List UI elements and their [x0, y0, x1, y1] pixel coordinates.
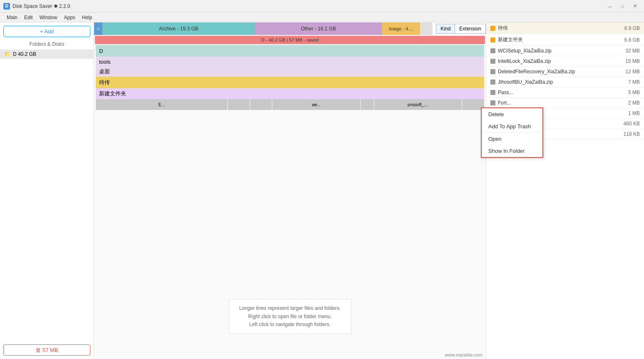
item-icon-1 — [490, 48, 495, 53]
sidebar: + Add Folders & Disks 📁 D 40.2 GB 🗑 57 M… — [0, 22, 94, 359]
sidebar-item-D[interactable]: 📁 D 40.2 GB — [0, 50, 94, 59]
item-size-6: 2 MB — [619, 100, 640, 106]
item-icon-2 — [490, 59, 495, 64]
file-block-mid[interactable] — [228, 99, 250, 110]
folder-icon: 📁 — [4, 51, 10, 57]
item-size-9: 118 KB — [619, 131, 640, 137]
context-add-trash[interactable]: Add To App Trash — [482, 120, 542, 132]
item-size-4: 7 MB — [619, 79, 640, 85]
info-line2: Right click to open file or folder menu. — [239, 313, 341, 321]
menu-edit[interactable]: Edit — [21, 14, 36, 21]
item-icon-6 — [490, 100, 495, 105]
block-desktop-label: 桌面 — [99, 68, 110, 75]
item-name-2: IntelliLock_XiaZaiBa.zip — [498, 58, 617, 64]
file-block-we[interactable]: we... — [272, 99, 360, 110]
file-block-yms[interactable]: ymssoft_.... — [374, 99, 462, 110]
menu-window[interactable]: Window — [36, 14, 61, 21]
item-name-6: Fort... — [498, 100, 617, 106]
top-bar: = Archive - 19.3 GB Other - 16.1 GB Imag… — [94, 22, 486, 35]
bar-archive[interactable]: Archive - 19.3 GB — [102, 22, 255, 35]
right-header-size: 6.9 GB — [619, 25, 640, 31]
block-D-label: D — [99, 48, 103, 54]
item-size-5: 5 MB — [619, 90, 640, 95]
folder-icon-header — [490, 26, 495, 31]
main-content: = Archive - 19.3 GB Other - 16.1 GB Imag… — [94, 22, 486, 359]
menu-help[interactable]: Help — [79, 14, 96, 21]
block-tools-label: tools — [99, 59, 110, 65]
close-button[interactable]: ✕ — [629, 2, 641, 10]
file-label-yms: ymssoft_.... — [407, 102, 428, 107]
right-header-name: 待传 — [498, 25, 617, 32]
minimize-button[interactable]: — — [604, 2, 616, 10]
file-block-e[interactable]: E... — [96, 99, 227, 110]
item-icon-0 — [490, 37, 495, 42]
app-icon: D — [3, 3, 10, 10]
context-show-folder[interactable]: Show In Folder — [482, 145, 542, 157]
folders-label: Folders & Disks — [0, 40, 94, 50]
right-item-2[interactable]: IntelliLock_XiaZaiBa.zip 15 MB — [486, 56, 644, 67]
context-menu: Delete Add To App Trash Open Show In Fol… — [481, 107, 543, 158]
progress-track: D - 40.2 GB | 57 MB - saved — [95, 36, 485, 44]
titlebar: D Disk Space Saver ✱ 2.2.0 — □ ✕ — [0, 0, 644, 12]
item-name-3: DeletedFileRecovery_XiaZaiBa.zip — [498, 69, 617, 75]
item-size-8: 460 KB — [619, 121, 640, 127]
file-blocks-row: E... we... ymssoft_.... — [96, 99, 484, 110]
context-open[interactable]: Open — [482, 133, 542, 145]
progress-bar-row: D - 40.2 GB | 57 MB - saved — [94, 35, 486, 45]
item-size-1: 32 MB — [619, 48, 640, 54]
bar-square: = — [94, 22, 102, 35]
kind-button[interactable]: Kind — [436, 24, 455, 34]
bar-other[interactable]: Other - 16.1 GB — [255, 22, 382, 35]
extension-button[interactable]: Extension — [455, 24, 486, 34]
info-box: Longer lines represent larger files and … — [229, 299, 351, 334]
right-item-5[interactable]: Pass... 5 MB — [486, 87, 644, 98]
item-name-0: 新建文件夹 — [498, 36, 617, 43]
file-block-mid2[interactable] — [250, 99, 272, 110]
item-icon-5 — [490, 90, 495, 95]
item-icon-4 — [490, 80, 495, 85]
right-header-item[interactable]: 待传 6.9 GB — [486, 22, 644, 34]
app-body: + Add Folders & Disks 📁 D 40.2 GB 🗑 57 M… — [0, 22, 644, 359]
file-block-sm[interactable] — [361, 99, 374, 110]
block-xinjianjian[interactable]: 新建文件夹 — [96, 88, 484, 99]
item-size-7: 1 MB — [619, 110, 640, 116]
item-name-4: JihosoftBU_XiaZaiBa.zip — [498, 79, 617, 85]
bar-rest — [420, 22, 433, 35]
context-delete[interactable]: Delete — [482, 108, 542, 120]
maximize-button[interactable]: □ — [617, 2, 628, 10]
file-label-e: E... — [159, 102, 165, 107]
right-item-6[interactable]: Fort... 2 MB — [486, 98, 644, 108]
viz-area[interactable]: D tools 桌面 待传 新建文件夹 E... — [94, 45, 486, 359]
progress-fill: D - 40.2 GB | 57 MB - saved — [95, 36, 485, 44]
bar-image[interactable]: Image - 4.... — [382, 22, 420, 35]
right-item-4[interactable]: JihosoftBU_XiaZaiBa.zip 7 MB — [486, 77, 644, 87]
menubar: Main Edit Window Apps Help — [0, 12, 644, 22]
block-daichuan-label: 待传 — [99, 79, 110, 86]
trash-button[interactable]: 🗑 57 MB — [3, 344, 90, 356]
sidebar-disk-label: D 40.2 GB — [13, 51, 36, 57]
right-item-1[interactable]: WCISetup_XiaZaiBa.zip 32 MB — [486, 46, 644, 56]
info-line1: Longer lines represent larger files and … — [239, 304, 341, 312]
block-D[interactable]: D — [96, 45, 484, 57]
right-item-0[interactable]: 新建文件夹 6.8 GB — [486, 34, 644, 46]
block-daichuan[interactable]: 待传 — [96, 77, 484, 88]
item-size-3: 12 MB — [619, 69, 640, 75]
add-button[interactable]: + Add — [3, 26, 90, 37]
window-controls: — □ ✕ — [604, 2, 641, 10]
watermark: www.xiazaiba.com — [445, 352, 482, 357]
kind-ext-controls: Kind Extension — [436, 24, 486, 34]
info-line3: Left click to navigate through folders. — [239, 321, 341, 329]
block-desktop[interactable]: 桌面 — [96, 67, 484, 77]
item-name-5: Pass... — [498, 90, 617, 95]
menu-apps[interactable]: Apps — [60, 14, 78, 21]
block-tools[interactable]: tools — [96, 57, 484, 67]
item-size-2: 15 MB — [619, 58, 640, 64]
item-name-1: WCISetup_XiaZaiBa.zip — [498, 48, 617, 54]
item-size-0: 6.8 GB — [619, 37, 640, 43]
right-item-3[interactable]: DeletedFileRecovery_XiaZaiBa.zip 12 MB — [486, 67, 644, 77]
menu-main[interactable]: Main — [3, 14, 21, 21]
app-title: Disk Space Saver ✱ 2.2.0 — [12, 3, 604, 9]
block-xinjianjian-label: 新建文件夹 — [99, 90, 126, 97]
file-label-we: we... — [312, 102, 321, 107]
right-panel: 待传 6.9 GB 新建文件夹 6.8 GB WCISetup_XiaZaiBa… — [486, 22, 644, 359]
